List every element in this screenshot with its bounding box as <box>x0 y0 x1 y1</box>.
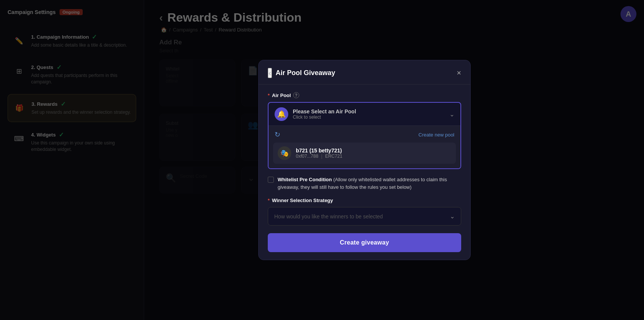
pool-icon: 🔔 <box>275 107 288 121</box>
dropdown-panel: ↻ Create new pool 🎭 b721 (15 betty721) 0… <box>269 125 460 168</box>
winner-select[interactable]: How would you like the winners to be sel… <box>268 207 461 226</box>
winner-placeholder: How would you like the winners to be sel… <box>274 213 383 220</box>
dropdown-actions: ↻ Create new pool <box>273 130 456 139</box>
whitelist-checkbox-row: Whitelist Pre Condition (Allow only whit… <box>268 176 461 191</box>
help-icon[interactable]: ? <box>293 92 299 98</box>
modal-title: Air Pool Giveaway <box>276 69 335 77</box>
modal-back-button[interactable]: ‹ <box>268 68 272 78</box>
winner-field-label: * Winner Selection Strategy <box>268 198 461 203</box>
winner-chevron-icon: ⌄ <box>450 213 455 220</box>
pool-name: b721 (15 betty721) <box>296 147 342 154</box>
winner-section: * Winner Selection Strategy How would yo… <box>268 198 461 226</box>
air-pool-subtext: Click to select <box>293 115 356 120</box>
create-pool-link[interactable]: Create new pool <box>418 132 454 138</box>
air-pool-select[interactable]: 🔔 Please Select an Air Pool Click to sel… <box>268 102 461 169</box>
modal-close-button[interactable]: × <box>457 69 461 77</box>
pool-avatar: 🎭 <box>278 146 291 160</box>
air-pool-modal: ‹ Air Pool Giveaway × * Air Pool ? 🔔 Ple… <box>258 60 471 260</box>
refresh-button[interactable]: ↻ <box>275 130 280 139</box>
air-pool-trigger[interactable]: 🔔 Please Select an Air Pool Click to sel… <box>269 103 460 125</box>
air-pool-placeholder: Please Select an Air Pool <box>293 108 356 115</box>
pool-option[interactable]: 🎭 b721 (15 betty721) 0xf07...788 | ERC72… <box>273 143 456 164</box>
whitelist-section: Whitelist Pre Condition (Allow only whit… <box>268 176 461 191</box>
winner-required-star: * <box>268 198 270 203</box>
modal-body: * Air Pool ? 🔔 Please Select an Air Pool… <box>259 85 470 260</box>
required-star: * <box>268 93 270 98</box>
create-giveaway-button[interactable]: Create giveaway <box>268 233 461 252</box>
whitelist-checkbox[interactable] <box>268 177 274 183</box>
pool-meta: 0xf07...788 | ERC721 <box>296 154 342 159</box>
chevron-down-icon: ⌄ <box>449 111 454 118</box>
modal-header: ‹ Air Pool Giveaway × <box>259 60 470 85</box>
whitelist-label: Whitelist Pre Condition (Allow only whit… <box>278 176 461 191</box>
air-pool-label: * Air Pool ? <box>268 92 461 98</box>
